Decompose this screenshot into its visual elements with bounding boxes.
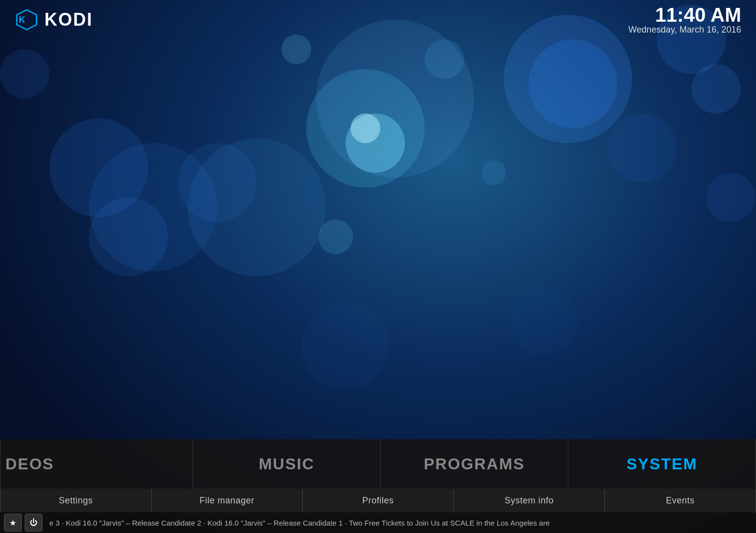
kodi-logo: K KODI xyxy=(15,8,93,32)
ticker-bar: ★ ⏻ e 3 · Kodi 16.0 "Jarvis" – Release C… xyxy=(0,512,756,533)
nav-item-music[interactable]: MUSIC xyxy=(193,439,381,489)
sub-nav: Settings File manager Profiles System in… xyxy=(0,489,756,512)
main-nav: DEOS MUSIC PROGRAMS SYSTEM xyxy=(0,439,756,489)
app-name: KODI xyxy=(44,9,93,30)
subnav-item-file-manager[interactable]: File manager xyxy=(152,489,303,512)
nav-item-system[interactable]: SYSTEM xyxy=(568,439,756,489)
kodi-icon: K xyxy=(15,8,39,32)
clock-area: 11:40 AM Wednesday, March 16, 2016 xyxy=(629,5,741,35)
star-icon: ★ xyxy=(9,518,16,528)
favorite-button[interactable]: ★ xyxy=(4,514,22,532)
ticker-icons: ★ ⏻ xyxy=(0,514,49,532)
clock-time: 11:40 AM xyxy=(629,5,741,25)
subnav-item-system-info[interactable]: System info xyxy=(454,489,605,512)
svg-text:K: K xyxy=(19,15,25,25)
power-button[interactable]: ⏻ xyxy=(25,514,42,532)
ticker-text: e 3 · Kodi 16.0 "Jarvis" – Release Candi… xyxy=(49,519,756,527)
power-icon: ⏻ xyxy=(30,518,38,527)
clock-date: Wednesday, March 16, 2016 xyxy=(629,25,741,35)
nav-item-videos[interactable]: DEOS xyxy=(0,439,193,489)
subnav-item-events[interactable]: Events xyxy=(605,489,756,512)
top-bar: K KODI 11:40 AM Wednesday, March 16, 201… xyxy=(0,0,756,39)
subnav-item-profiles[interactable]: Profiles xyxy=(303,489,454,512)
nav-item-programs[interactable]: PROGRAMS xyxy=(381,439,568,489)
subnav-item-settings[interactable]: Settings xyxy=(0,489,152,512)
